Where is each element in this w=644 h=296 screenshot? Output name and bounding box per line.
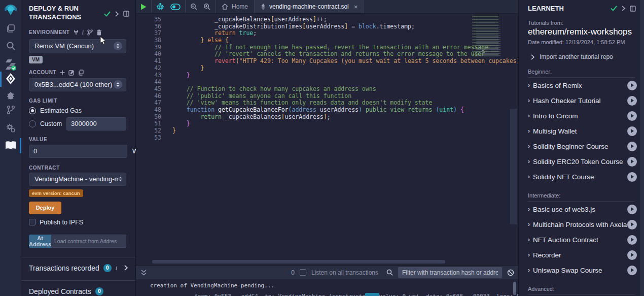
code-line[interactable]: 46 // 'public' means anyone can call thi…	[136, 93, 518, 100]
code-line[interactable]: 43 }	[136, 72, 518, 79]
line-number[interactable]: 43	[136, 72, 161, 79]
environment-select[interactable]: Remix VM (Cancun)	[29, 39, 126, 53]
listen-all-transactions-checkbox[interactable]	[300, 269, 306, 276]
tutorial-expand-chevron-icon[interactable]: ›	[528, 112, 530, 119]
zoom-in-icon[interactable]	[203, 3, 210, 10]
value-input[interactable]	[29, 145, 127, 158]
tutorial-item[interactable]: ›Intro to Circom	[519, 108, 644, 123]
code-line[interactable]: 39 // If not enough time has passed, rev…	[136, 44, 518, 51]
tutorial-item[interactable]: ›Basic use of web3.js	[519, 202, 644, 217]
tab-home[interactable]: Home	[216, 0, 255, 13]
line-number[interactable]: 48	[136, 107, 161, 114]
tutorial-expand-chevron-icon[interactable]: ›	[528, 221, 530, 228]
tutorial-play-button[interactable]	[627, 111, 637, 121]
git-icon[interactable]	[0, 105, 21, 115]
learneth-pin-panel-icon[interactable]	[630, 6, 636, 12]
account-select[interactable]: 0x5B3...eddC4 (100 ether)	[29, 78, 126, 91]
tutorial-play-button[interactable]	[627, 235, 637, 245]
custom-gas-input[interactable]	[66, 117, 126, 130]
tutorial-expand-chevron-icon[interactable]: ›	[528, 267, 530, 274]
code-line[interactable]: 48 function getCupcakeBalanceFor(address…	[136, 107, 518, 114]
import-tutorial-repo[interactable]: Import another tutorial repo	[531, 53, 635, 60]
tutorial-play-button[interactable]	[627, 96, 637, 106]
copilot-toggle-icon[interactable]	[170, 4, 181, 10]
pin-panel-icon[interactable]	[123, 11, 129, 17]
tutorial-play-button[interactable]	[627, 157, 637, 167]
code-line[interactable]: 47 // 'view' means this function only re…	[136, 100, 518, 107]
line-number[interactable]: 36	[136, 23, 161, 30]
terminal-filter-input[interactable]	[398, 267, 502, 278]
plug-icon[interactable]	[74, 29, 79, 35]
tutorial-item[interactable]: ›Multichain Protocols with Axelar	[519, 217, 644, 232]
tutorial-item[interactable]: ›Uniswap Swap Course	[519, 262, 644, 278]
run-script-icon[interactable]	[140, 4, 147, 10]
edit-account-icon[interactable]	[68, 70, 75, 76]
ai-assistant-robot-icon[interactable]	[156, 3, 164, 11]
terminal-search-icon[interactable]	[386, 269, 393, 276]
deploy-button[interactable]: Deploy	[29, 202, 61, 214]
code-line[interactable]: 38 } else {	[136, 37, 518, 44]
line-number[interactable]: 41	[136, 58, 161, 65]
debug-button-partial[interactable]	[365, 293, 379, 296]
line-number[interactable]: 38	[136, 37, 161, 44]
code-line[interactable]: 37 return true;	[136, 30, 518, 37]
line-number[interactable]: 53	[136, 135, 161, 142]
zoom-out-icon[interactable]	[190, 3, 197, 10]
tutorial-item[interactable]: ›Solidity NFT Course	[519, 169, 644, 184]
tutorial-play-button[interactable]	[627, 142, 637, 151]
learneth-chevron-right-icon[interactable]	[622, 6, 625, 11]
tutorial-expand-chevron-icon[interactable]: ›	[528, 158, 530, 165]
estimated-gas-radio[interactable]	[29, 107, 36, 114]
deploy-and-run-icon[interactable]	[0, 73, 21, 85]
copy-account-icon[interactable]	[78, 70, 84, 76]
tutorial-expand-chevron-icon[interactable]: ›	[528, 206, 530, 213]
fork-state-icon[interactable]	[87, 29, 93, 36]
tutorial-expand-chevron-icon[interactable]: ›	[528, 82, 530, 89]
line-number[interactable]: 37	[136, 30, 161, 37]
tutorial-expand-chevron-icon[interactable]: ›	[528, 127, 530, 135]
tutorial-expand-chevron-icon[interactable]: ›	[528, 143, 530, 150]
code-line[interactable]: 41 revert("HTTP 429: Too Many Cupcakes (…	[136, 58, 518, 65]
line-number[interactable]: 51	[136, 120, 161, 127]
tutorial-item[interactable]: ›Solidity ERC20 Token Course	[519, 154, 644, 169]
file-explorer-icon[interactable]	[0, 23, 21, 34]
transactions-info-icon[interactable]: i	[116, 264, 118, 272]
code-editor[interactable]: 35 _cupcakeBalances[userAddress]++;36 _c…	[136, 14, 518, 264]
code-line[interactable]: 45 // Function to check how many cupcake…	[136, 86, 518, 93]
at-address-input[interactable]	[51, 235, 126, 248]
terminal-collapse-icon[interactable]	[141, 270, 147, 276]
clear-terminal-icon[interactable]	[507, 269, 514, 276]
environment-info-icon[interactable]: i	[82, 28, 84, 37]
line-number[interactable]: 52	[136, 127, 161, 135]
code-line[interactable]: 40 // 'revert' cancels the transaction a…	[136, 51, 518, 58]
contract-select[interactable]: VendingMachine - vending-machin	[29, 173, 126, 186]
editor-vertical-scrollbar[interactable]	[510, 27, 517, 264]
search-icon[interactable]	[0, 41, 21, 51]
code-line[interactable]: 44	[136, 79, 518, 86]
tutorial-play-button[interactable]	[627, 126, 637, 136]
close-tab-icon[interactable]: ×	[354, 3, 358, 11]
code-line[interactable]: 51 }	[136, 120, 518, 127]
tutorial-play-button[interactable]	[627, 81, 637, 90]
solidity-compiler-icon[interactable]	[0, 58, 21, 71]
custom-gas-radio[interactable]	[29, 120, 36, 127]
minimap[interactable]	[469, 14, 507, 57]
account-select-arrows-icon[interactable]	[114, 80, 122, 89]
code-line[interactable]: 36 _cupcakeDistributionTimes[userAddress…	[136, 23, 518, 30]
environment-select-arrows-icon[interactable]	[114, 42, 122, 50]
tutorial-play-button[interactable]	[627, 172, 637, 182]
code-line[interactable]: 50 return _cupcakeBalances[userAddress];	[136, 114, 518, 121]
code-line[interactable]: 42 }	[136, 65, 518, 72]
tutorial-item[interactable]: ›NFT Auction Contract	[519, 232, 644, 247]
delete-environment-icon[interactable]	[96, 29, 102, 36]
code-line[interactable]: 53	[136, 135, 518, 142]
tutorial-item[interactable]: ›Solidity Beginner Course	[519, 139, 644, 154]
at-address-button[interactable]: At Address	[29, 235, 51, 248]
line-number[interactable]: 42	[136, 65, 161, 72]
tutorial-expand-chevron-icon[interactable]: ›	[528, 251, 530, 258]
learneth-scrollbar[interactable]	[640, 0, 644, 296]
line-number[interactable]: 47	[136, 100, 161, 107]
line-number[interactable]: 35	[136, 16, 161, 23]
editor-horizontal-scrollbar[interactable]	[152, 260, 445, 264]
line-number[interactable]: 50	[136, 114, 161, 121]
